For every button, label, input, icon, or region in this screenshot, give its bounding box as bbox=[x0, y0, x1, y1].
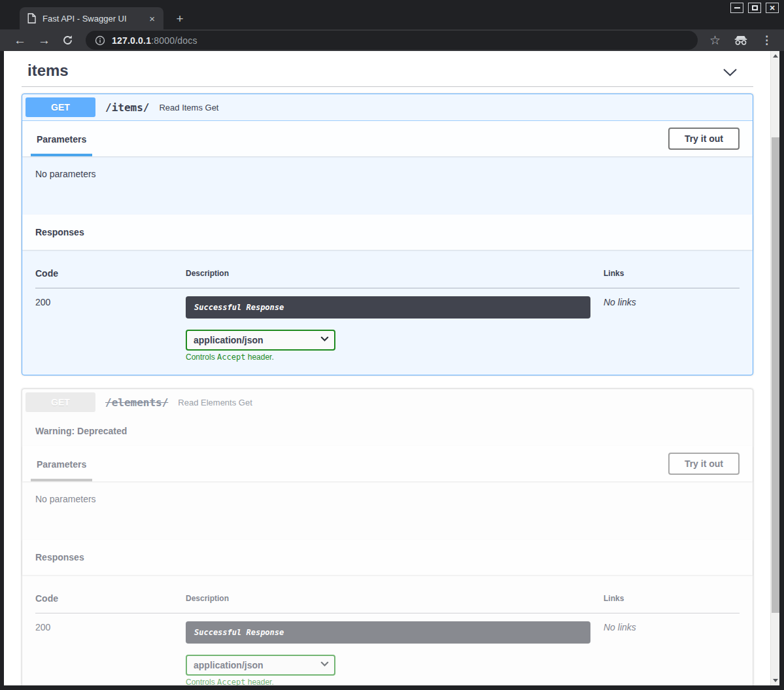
responses-title: Responses bbox=[35, 552, 84, 562]
col-header-description: Description bbox=[186, 268, 604, 288]
forward-icon[interactable]: → bbox=[38, 34, 50, 46]
page-favicon-icon bbox=[27, 13, 36, 24]
opblock-body: Warning: Deprecated Parameters Try it ou… bbox=[22, 415, 753, 685]
minimize-button[interactable] bbox=[730, 3, 743, 13]
endpoint-path[interactable]: /items/ bbox=[105, 101, 149, 114]
response-description: Successful Response bbox=[186, 621, 590, 644]
responses-table-wrap: Code Description Links 200 Successful Re… bbox=[22, 250, 753, 375]
swagger-content: items GET /items/ Read Items Get Paramet… bbox=[4, 51, 770, 685]
browser-toolbar: ← → 127.0.0.1:8000/docs ☆ ⋮ bbox=[0, 29, 784, 51]
endpoint-summary: Read Elements Get bbox=[178, 398, 252, 407]
response-row: 200 Successful Response application/json bbox=[35, 613, 740, 686]
back-icon[interactable]: ← bbox=[14, 34, 26, 46]
scrollbar-thumb[interactable] bbox=[772, 137, 779, 613]
responses-table: Code Description Links 200 Successful Re… bbox=[35, 268, 740, 362]
media-type-select[interactable]: application/json bbox=[186, 330, 335, 351]
maximize-button[interactable] bbox=[748, 3, 761, 13]
browser-menu-icon[interactable]: ⋮ bbox=[761, 33, 772, 47]
responses-table-wrap: Code Description Links 200 Successful Re… bbox=[22, 575, 753, 685]
method-badge: GET bbox=[26, 392, 95, 412]
window-controls: ✕ bbox=[730, 3, 779, 13]
try-it-out-button[interactable]: Try it out bbox=[668, 128, 740, 150]
maximize-icon bbox=[752, 5, 758, 10]
col-header-code: Code bbox=[35, 268, 186, 288]
bookmark-star-icon[interactable]: ☆ bbox=[709, 33, 721, 48]
deprecated-warning: Warning: Deprecated bbox=[22, 415, 753, 446]
incognito-icon bbox=[734, 35, 748, 45]
tab-close-icon[interactable]: × bbox=[147, 14, 157, 24]
tab-parameters[interactable]: Parameters bbox=[35, 121, 88, 156]
endpoint-summary: Read Items Get bbox=[159, 103, 218, 112]
opblock-body: Parameters Try it out No parameters Resp… bbox=[22, 121, 753, 375]
collapse-chevron-icon[interactable] bbox=[723, 65, 749, 77]
no-links-text: No links bbox=[604, 297, 636, 307]
no-parameters-text: No parameters bbox=[22, 481, 753, 540]
url-text: 127.0.0.1:8000/docs bbox=[112, 35, 197, 46]
minimize-icon bbox=[734, 7, 740, 9]
opblock-get-elements-deprecated: GET /elements/ Read Elements Get Warning… bbox=[22, 388, 753, 685]
col-header-code: Code bbox=[35, 593, 186, 613]
address-bar[interactable]: 127.0.0.1:8000/docs bbox=[86, 31, 698, 50]
col-header-links: Links bbox=[604, 268, 740, 288]
opblock-summary[interactable]: GET /elements/ Read Elements Get bbox=[22, 389, 753, 415]
responses-header: Responses bbox=[22, 215, 753, 250]
new-tab-button[interactable]: + bbox=[173, 12, 187, 25]
no-links-text: No links bbox=[604, 622, 636, 632]
url-host: 127.0.0.1 bbox=[112, 35, 151, 46]
method-badge: GET bbox=[26, 97, 95, 117]
reload-icon[interactable] bbox=[62, 35, 73, 46]
responses-header: Responses bbox=[22, 540, 753, 575]
tag-section-header[interactable]: items bbox=[22, 60, 753, 87]
response-row: 200 Successful Response application/json bbox=[35, 288, 740, 362]
opblock-get-items: GET /items/ Read Items Get Parameters Tr… bbox=[22, 94, 753, 375]
col-header-links: Links bbox=[604, 593, 740, 613]
tab-parameters[interactable]: Parameters bbox=[35, 446, 88, 481]
scroll-up-icon[interactable] bbox=[773, 54, 778, 58]
no-parameters-text: No parameters bbox=[22, 156, 753, 215]
close-window-button[interactable]: ✕ bbox=[766, 3, 779, 13]
page-viewport: items GET /items/ Read Items Get Paramet… bbox=[4, 51, 779, 685]
opblock-summary[interactable]: GET /items/ Read Items Get bbox=[22, 94, 753, 121]
titlebar: ✕ Fast API - Swagger UI × + bbox=[0, 0, 784, 29]
responses-title: Responses bbox=[35, 227, 84, 237]
tag-title: items bbox=[27, 61, 69, 80]
response-code: 200 bbox=[35, 297, 50, 307]
tab-title: Fast API - Swagger UI bbox=[43, 14, 147, 24]
response-code: 200 bbox=[35, 622, 50, 632]
vertical-scrollbar[interactable] bbox=[770, 51, 779, 685]
media-type-select-wrap: application/json bbox=[186, 330, 335, 351]
url-path: :8000/docs bbox=[151, 35, 197, 46]
endpoint-path[interactable]: /elements/ bbox=[105, 396, 168, 409]
try-it-out-button[interactable]: Try it out bbox=[668, 453, 740, 475]
media-type-select[interactable]: application/json bbox=[186, 655, 335, 676]
browser-window: ✕ Fast API - Swagger UI × + ← → 127.0.0.… bbox=[0, 0, 784, 690]
accept-header-note: Controls Accept header. bbox=[186, 678, 590, 685]
col-header-description: Description bbox=[186, 593, 604, 613]
parameters-header: Parameters Try it out bbox=[22, 121, 753, 156]
media-type-select-wrap: application/json bbox=[186, 655, 335, 676]
parameters-header: Parameters Try it out bbox=[22, 446, 753, 481]
site-info-icon[interactable] bbox=[95, 35, 105, 46]
responses-table: Code Description Links 200 Successful Re… bbox=[35, 593, 740, 685]
browser-tab[interactable]: Fast API - Swagger UI × bbox=[20, 7, 163, 29]
accept-header-note: Controls Accept header. bbox=[186, 353, 590, 362]
response-description: Successful Response bbox=[186, 296, 590, 319]
scroll-down-icon[interactable] bbox=[773, 679, 778, 682]
